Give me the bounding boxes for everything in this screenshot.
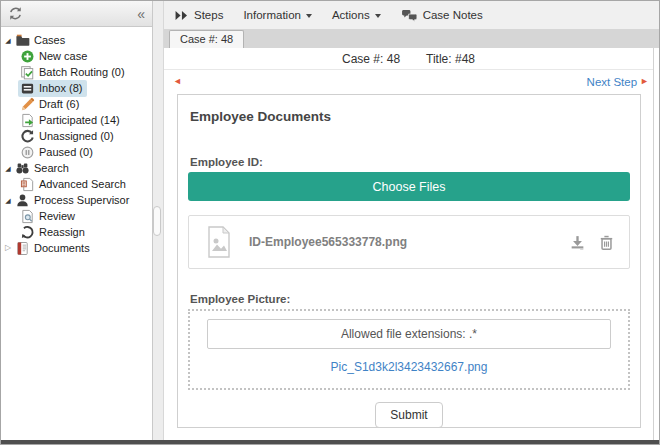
sidebar-item-documents[interactable]: ▷ Documents	[3, 240, 150, 256]
choose-files-button[interactable]: Choose Files	[188, 172, 630, 201]
sidebar-item-label: Paused (0)	[39, 146, 93, 158]
case-notes-icon	[401, 9, 418, 22]
information-menu[interactable]: Information	[243, 9, 312, 21]
reassign-icon	[20, 225, 35, 240]
tree-expanded-icon[interactable]: ◢	[3, 165, 13, 172]
sidebar-item-paused[interactable]: Paused (0)	[3, 144, 150, 160]
refresh-icon[interactable]	[8, 6, 23, 21]
sidebar-item-label: Inbox (8)	[39, 82, 82, 94]
sidebar-item-label: Process Supervisor	[34, 194, 129, 206]
chevron-down-icon	[375, 14, 381, 18]
sidebar-item-batch-routing[interactable]: Batch Routing (0)	[3, 64, 150, 80]
advanced-search-icon	[20, 177, 35, 192]
sidebar-item-label: New case	[39, 50, 87, 62]
submit-button[interactable]: Submit	[375, 402, 442, 428]
batch-routing-icon	[20, 65, 35, 80]
sidebar-item-advanced-search[interactable]: Advanced Search	[3, 176, 150, 192]
sidebar-item-label: Reassign	[39, 226, 85, 238]
case-toolbar: Steps Information Actions	[164, 1, 659, 29]
inbox-icon	[20, 81, 35, 96]
dynaform-panel: Employee Documents Employee ID: Choose F…	[177, 94, 641, 428]
next-step-link[interactable]: Next Step ►	[587, 76, 649, 88]
sidebar-item-label: Review	[39, 210, 75, 222]
sidebar-item-label: Search	[34, 162, 69, 174]
documents-book-icon	[15, 241, 30, 256]
form-title: Employee Documents	[190, 109, 630, 124]
sidebar-item-label: Batch Routing (0)	[39, 66, 125, 78]
employee-id-label: Employee ID:	[190, 156, 630, 168]
sidebar-item-label: Draft (6)	[39, 98, 79, 110]
review-icon	[20, 209, 35, 224]
app-window: « ◢ Cases	[0, 0, 660, 445]
next-step-arrow-icon: ►	[640, 77, 649, 86]
sidebar-item-unassigned[interactable]: Unassigned (0)	[3, 128, 150, 144]
sidebar-item-process-supervisor[interactable]: ◢ Process Supervisor	[3, 192, 150, 208]
scrollbar-track	[653, 48, 659, 440]
case-notes-label: Case Notes	[423, 9, 483, 21]
search-binoculars-icon	[15, 161, 30, 176]
steps-button[interactable]: Steps	[174, 9, 223, 21]
sidebar-item-inbox[interactable]: Inbox (8)	[3, 80, 150, 96]
person-icon	[15, 193, 30, 208]
step-nav-row: ◄ Next Step ►	[164, 70, 653, 93]
unassigned-icon	[20, 129, 35, 144]
sidebar-item-label: Documents	[34, 242, 90, 254]
tree-expanded-icon[interactable]: ◢	[3, 197, 13, 204]
sidebar-item-label: Participated (14)	[39, 114, 120, 126]
chevron-down-icon	[306, 14, 312, 18]
main-area: Steps Information Actions	[164, 1, 659, 440]
previous-step-arrow-icon[interactable]: ◄	[173, 77, 182, 86]
sidebar-item-label: Advanced Search	[39, 178, 126, 190]
steps-label: Steps	[194, 9, 223, 21]
cases-icon	[15, 33, 30, 48]
tree-collapsed-icon[interactable]: ▷	[3, 244, 13, 252]
sidebar-item-label: Cases	[34, 34, 65, 46]
new-case-icon	[20, 49, 35, 64]
case-title-row: Case #: 48 Title: #48	[164, 48, 653, 70]
sidebar-item-participated[interactable]: Participated (14)	[3, 112, 150, 128]
sidebar-item-review[interactable]: Review	[3, 208, 150, 224]
submit-row: Submit	[188, 402, 630, 428]
uploaded-file-name: ID-Employee565333778.png	[249, 235, 555, 249]
sidebar-item-reassign[interactable]: Reassign	[3, 224, 150, 240]
steps-icon	[174, 10, 189, 21]
sidebar-item-search[interactable]: ◢ Search	[3, 160, 150, 176]
case-number-text: Case #: 48	[342, 52, 400, 66]
information-label: Information	[243, 9, 301, 21]
next-step-label: Next Step	[587, 76, 638, 88]
sidebar-item-cases[interactable]: ◢ Cases	[3, 32, 150, 48]
actions-label: Actions	[332, 9, 370, 21]
sidebar: « ◢ Cases	[1, 1, 153, 440]
case-notes-button[interactable]: Case Notes	[401, 9, 483, 22]
download-icon[interactable]	[569, 234, 586, 251]
uploaded-file-row: ID-Employee565333778.png	[188, 215, 630, 269]
picture-file-link[interactable]: Pic_S1d3k2l3423432667.png	[207, 360, 611, 374]
allowed-extensions-box: Allowed file extensions: .*	[207, 319, 611, 349]
file-actions	[569, 234, 615, 251]
case-content: Case #: 48 Title: #48 ◄ Next Step ► Empl…	[164, 48, 659, 440]
sidebar-splitter	[153, 1, 164, 440]
paused-icon	[20, 145, 35, 160]
participated-icon	[20, 113, 35, 128]
case-tree: ◢ Cases New case	[1, 27, 153, 440]
sidebar-item-new-case[interactable]: New case	[3, 48, 150, 64]
tree-expanded-icon[interactable]: ◢	[3, 37, 13, 44]
tab-bar: Case #: 48	[164, 29, 659, 48]
bottom-status-bar	[1, 440, 659, 444]
picture-dropzone[interactable]: Allowed file extensions: .* Pic_S1d3k2l3…	[188, 309, 630, 390]
actions-menu[interactable]: Actions	[332, 9, 381, 21]
employee-picture-label: Employee Picture:	[190, 293, 630, 305]
trash-icon[interactable]	[598, 234, 615, 251]
image-file-icon	[203, 225, 235, 259]
splitter-handle[interactable]	[153, 206, 161, 236]
draft-icon	[20, 97, 35, 112]
sidebar-item-draft[interactable]: Draft (6)	[3, 96, 150, 112]
sidebar-item-label: Unassigned (0)	[39, 130, 114, 142]
collapse-sidebar-icon[interactable]: «	[137, 7, 145, 21]
sidebar-header: «	[1, 1, 153, 27]
tab-case-48[interactable]: Case #: 48	[169, 30, 244, 48]
case-title-text: Title: #48	[426, 52, 475, 66]
